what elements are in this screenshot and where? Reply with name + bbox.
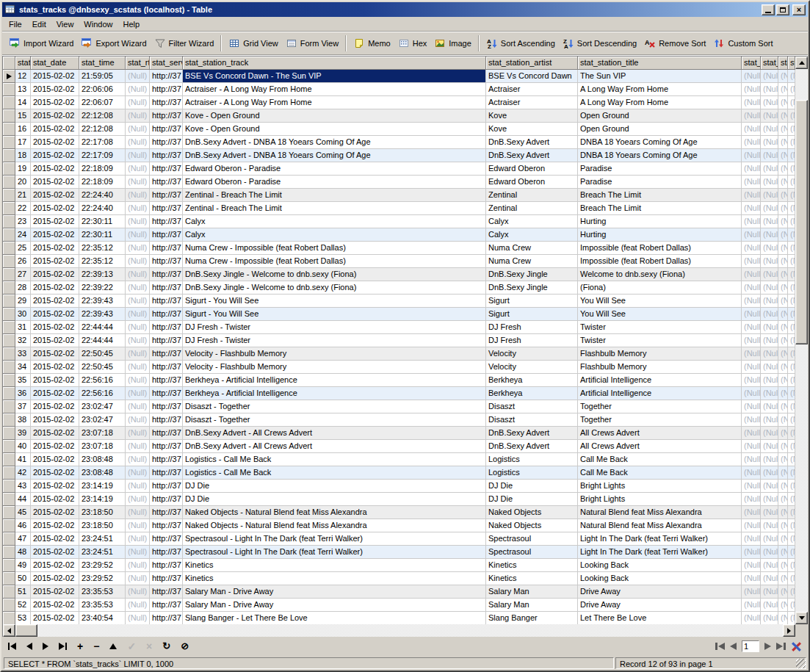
cell-null[interactable]: (Null) — [778, 361, 788, 374]
cell-stat-date[interactable]: 2015-02-02 — [31, 413, 79, 427]
cell-stat-station-title[interactable]: Impossible (feat Robert Dallas) — [578, 255, 742, 268]
row-selector[interactable] — [3, 149, 15, 162]
cell-stat-station-artist[interactable]: Edward Oberon — [486, 176, 578, 189]
row-selector[interactable] — [3, 400, 15, 413]
cell-stat-station-track[interactable]: Salary Man - Drive Away — [183, 585, 486, 599]
cell-stat-serv[interactable]: http://37 — [150, 308, 183, 321]
filter-wizard-button[interactable]: Filter Wizard — [151, 35, 218, 52]
horizontal-scroll-track[interactable] — [37, 624, 783, 637]
cell-stat-date[interactable]: 2015-02-02 — [31, 400, 79, 413]
cell-null[interactable]: (Null) — [778, 572, 788, 585]
cell-null[interactable]: (Null) — [742, 242, 761, 255]
cell-null[interactable]: (Null) — [742, 176, 761, 189]
cell-stat-station-title[interactable]: Light In The Dark (feat Terri Walker) — [578, 546, 742, 559]
cell-stat-id[interactable]: 24 — [15, 228, 31, 242]
cell-stat-rt[interactable]: (Null) — [126, 466, 150, 480]
cell-stat-serv[interactable]: http://37 — [150, 242, 183, 255]
cell-stat-date[interactable]: 2015-02-02 — [31, 559, 79, 572]
row-selector[interactable] — [3, 109, 15, 123]
cell-null[interactable]: (Null) — [778, 440, 788, 453]
cell-stat-station-track[interactable]: Kove - Open Ground — [183, 123, 486, 136]
cell-stat-station-title[interactable]: All Crews Advert — [578, 427, 742, 440]
cell-stat-id[interactable]: 20 — [15, 176, 31, 189]
import-wizard-button[interactable]: Import Wizard — [5, 35, 77, 52]
cell-stat-date[interactable]: 2015-02-02 — [31, 96, 79, 109]
cell-stat-station-track[interactable]: Naked Objects - Natural Blend feat Miss … — [183, 519, 486, 532]
row-selector[interactable] — [3, 189, 15, 202]
cell-null[interactable]: (Null) — [761, 599, 778, 612]
cell-stat-rt[interactable]: (Null) — [126, 123, 150, 136]
cell-stat-time[interactable]: 23:08:48 — [79, 466, 126, 480]
cell-null[interactable]: (Null) — [742, 123, 761, 136]
cell-stat-date[interactable]: 2015-02-02 — [31, 334, 79, 347]
cell-stat-station-artist[interactable]: Salary Man — [486, 599, 578, 612]
cell-stat-date[interactable]: 2015-02-02 — [31, 281, 79, 295]
cell-stat-id[interactable]: 48 — [15, 546, 31, 559]
cell-stat-id[interactable]: 34 — [15, 361, 31, 374]
cell-stat-date[interactable]: 2015-02-02 — [31, 387, 79, 400]
cell-stat-station-track[interactable]: DnB.Sexy Jingle - Welcome to dnb.sexy (F… — [183, 268, 486, 281]
row-selector[interactable] — [3, 215, 15, 228]
cell-stat-time[interactable]: 23:08:48 — [79, 453, 126, 466]
row-selector[interactable] — [3, 599, 15, 612]
cell-stat-station-artist[interactable]: Calyx — [486, 228, 578, 242]
cell-null[interactable]: (Null) — [778, 96, 788, 109]
cell-null[interactable]: (Null) — [788, 532, 795, 546]
menu-item-file[interactable]: File — [4, 18, 27, 30]
cell-stat-id[interactable]: 23 — [15, 215, 31, 228]
cell-null[interactable]: (Null) — [761, 519, 778, 532]
cell-stat-date[interactable]: 2015-02-02 — [31, 268, 79, 281]
cell-stat-date[interactable]: 2015-02-02 — [31, 374, 79, 387]
cell-stat-station-title[interactable]: DNBA 18 Yoears Coming Of Age — [578, 136, 742, 149]
cell-null[interactable]: (Null) — [788, 281, 795, 295]
vertical-scrollbar[interactable] — [795, 57, 808, 624]
cell-stat-date[interactable]: 2015-02-02 — [31, 136, 79, 149]
cell-stat-serv[interactable]: http://37 — [150, 466, 183, 480]
cell-null[interactable]: (Null) — [778, 268, 788, 281]
cell-null[interactable]: (Null) — [742, 440, 761, 453]
scroll-down-button[interactable] — [795, 612, 808, 624]
cell-null[interactable]: (Null) — [761, 453, 778, 466]
column-header-stat[interactable]: stat_ — [761, 57, 778, 70]
cell-null[interactable]: (Null) — [761, 506, 778, 519]
cell-stat-rt[interactable]: (Null) — [126, 295, 150, 308]
cell-null[interactable]: (Null) — [788, 572, 795, 585]
cell-null[interactable]: (Null) — [742, 572, 761, 585]
cell-stat-station-artist[interactable]: Sigurt — [486, 308, 578, 321]
cell-null[interactable]: (Null) — [778, 242, 788, 255]
cell-stat-date[interactable]: 2015-02-02 — [31, 546, 79, 559]
cell-stat-time[interactable]: 23:18:50 — [79, 506, 126, 519]
cell-null[interactable]: (Null) — [742, 546, 761, 559]
cell-null[interactable]: (Null) — [778, 612, 788, 625]
cell-stat-time[interactable]: 22:06:06 — [79, 83, 126, 96]
cell-null[interactable]: (Null) — [761, 347, 778, 361]
cell-stat-station-artist[interactable]: Berkheya — [486, 374, 578, 387]
cell-stat-serv[interactable]: http://37 — [150, 281, 183, 295]
last-record-button[interactable] — [59, 640, 67, 652]
cell-null[interactable]: (Null) — [788, 387, 795, 400]
cell-null[interactable]: (Null) — [778, 506, 788, 519]
row-selector[interactable] — [3, 321, 15, 334]
first-record-button[interactable] — [8, 640, 16, 652]
cell-stat-rt[interactable]: (Null) — [126, 347, 150, 361]
cell-stat-id[interactable]: 53 — [15, 612, 31, 625]
cell-stat-time[interactable]: 23:02:47 — [79, 413, 126, 427]
cell-stat-station-title[interactable]: All Crews Advert — [578, 440, 742, 453]
cell-stat-station-artist[interactable]: DnB.Sexy Jingle — [486, 281, 578, 295]
hex-button[interactable]: Hex — [394, 35, 431, 52]
cell-null[interactable]: (Null) — [742, 295, 761, 308]
cell-stat-serv[interactable]: http://37 — [150, 387, 183, 400]
cell-stat-date[interactable]: 2015-02-02 — [31, 585, 79, 599]
cell-null[interactable]: (Null) — [788, 519, 795, 532]
cell-null[interactable]: (Null) — [761, 321, 778, 334]
add-record-button[interactable]: + — [77, 640, 83, 652]
cell-null[interactable]: (Null) — [778, 374, 788, 387]
cell-stat-date[interactable]: 2015-02-02 — [31, 202, 79, 215]
row-selector[interactable] — [3, 546, 15, 559]
cell-null[interactable]: (Null) — [742, 361, 761, 374]
cell-stat-station-track[interactable]: Zentinal - Breach The Limit — [183, 202, 486, 215]
cell-stat-rt[interactable]: (Null) — [126, 149, 150, 162]
cell-stat-date[interactable]: 2015-02-02 — [31, 176, 79, 189]
close-button[interactable]: × — [792, 4, 806, 15]
cell-stat-id[interactable]: 13 — [15, 83, 31, 96]
